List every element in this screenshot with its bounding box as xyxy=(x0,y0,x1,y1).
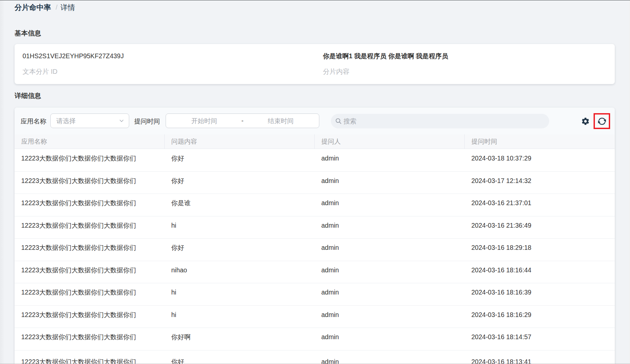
left-edge-shadow xyxy=(0,0,5,364)
table-cell: 你是谁 xyxy=(165,194,315,216)
table-cell: 2024-03-17 12:14:32 xyxy=(465,172,615,194)
window-top-edge xyxy=(0,0,630,0)
basic-info-card: 01HS2S1VEJ2EYHP95KF27Z439J 文本分片 ID 你是谁啊1… xyxy=(15,44,615,84)
table-cell: 你好 xyxy=(165,239,315,261)
chevron-down-icon xyxy=(119,118,125,124)
table-cell: 12223大数据你们大数据你们大数据你们 xyxy=(15,194,165,216)
table-cell: hi xyxy=(165,306,315,328)
search-input-placeholder: 搜索 xyxy=(343,117,356,126)
table-row[interactable]: 12223大数据你们大数据你们大数据你们hiadmin2024-03-16 21… xyxy=(15,216,615,239)
table-body: 12223大数据你们大数据你们大数据你们你好admin2024-03-18 10… xyxy=(15,149,615,364)
table-cell: hi xyxy=(165,283,315,305)
app-name-select[interactable]: 请选择 xyxy=(50,114,129,128)
ask-time-range-picker[interactable]: 开始时间 - 结束时间 xyxy=(166,114,319,128)
table-cell: 12223大数据你们大数据你们大数据你们 xyxy=(15,239,165,261)
basic-info-title: 基本信息 xyxy=(15,29,41,37)
table-cell: 2024-03-16 18:14:57 xyxy=(465,328,615,350)
table-cell: 12223大数据你们大数据你们大数据你们 xyxy=(15,350,165,364)
table-cell: admin xyxy=(315,239,465,261)
refresh-highlight-box xyxy=(594,113,610,129)
ask-time-filter-label: 提问时间 xyxy=(134,117,160,125)
table-cell: 12223大数据你们大数据你们大数据你们 xyxy=(15,261,165,283)
chunk-content-value: 你是谁啊1 我是程序员 你是谁啊 我是程序员 xyxy=(323,52,615,60)
detail-info-card: 应用名称 请选择 提问时间 开始时间 - 结束时间 搜索 应用名称 问题内容 提… xyxy=(15,108,615,364)
table-row[interactable]: 12223大数据你们大数据你们大数据你们你好admin2024-03-16 18… xyxy=(15,239,615,261)
column-header-asker: 提问人 xyxy=(315,134,465,149)
table-header: 应用名称 问题内容 提问人 提问时间 xyxy=(15,134,615,149)
table-cell: 2024-03-16 18:29:18 xyxy=(465,239,615,261)
table-row[interactable]: 12223大数据你们大数据你们大数据你们你好admin2024-03-17 12… xyxy=(15,172,615,194)
table-cell: 2024-03-16 18:16:39 xyxy=(465,283,615,305)
app-name-select-placeholder: 请选择 xyxy=(56,116,119,125)
detail-info-title: 详细信息 xyxy=(15,92,41,100)
table-cell: 12223大数据你们大数据你们大数据你们 xyxy=(15,216,165,239)
table-cell: hi xyxy=(165,216,315,239)
search-input[interactable]: 搜索 xyxy=(331,114,549,128)
text-chunk-id-value: 01HS2S1VEJ2EYHP95KF27Z439J xyxy=(23,52,315,60)
field-text-chunk-id: 01HS2S1VEJ2EYHP95KF27Z439J 文本分片 ID xyxy=(15,44,315,84)
breadcrumb-current: 详情 xyxy=(61,3,75,12)
table-row[interactable]: 12223大数据你们大数据你们大数据你们nihaoadmin2024-03-16… xyxy=(15,261,615,284)
table-cell: nihao xyxy=(165,261,315,283)
text-chunk-id-label: 文本分片 ID xyxy=(23,68,315,76)
table-row[interactable]: 12223大数据你们大数据你们大数据你们hiadmin2024-03-16 18… xyxy=(15,306,615,328)
breadcrumb: 分片命中率 / 详情 xyxy=(15,3,75,12)
gear-icon[interactable] xyxy=(581,117,590,126)
column-header-app-name: 应用名称 xyxy=(15,134,165,149)
table-cell: 12223大数据你们大数据你们大数据你们 xyxy=(15,306,165,328)
table-cell: admin xyxy=(315,283,465,305)
table-cell: 2024-03-16 18:13:41 xyxy=(465,350,615,364)
breadcrumb-parent[interactable]: 分片命中率 xyxy=(15,3,51,12)
table-cell: admin xyxy=(315,306,465,328)
table-cell: 你好 xyxy=(165,350,315,364)
app-name-filter-label: 应用名称 xyxy=(21,117,46,125)
column-header-question: 问题内容 xyxy=(165,134,315,149)
chunk-content-label: 分片内容 xyxy=(323,68,615,76)
table-cell: admin xyxy=(315,194,465,216)
table-cell: 2024-03-16 21:36:49 xyxy=(465,216,615,239)
table-row[interactable]: 12223大数据你们大数据你们大数据你们你好admin2024-03-16 18… xyxy=(15,350,615,364)
end-time-input[interactable]: 结束时间 xyxy=(242,116,319,125)
table-cell: 12223大数据你们大数据你们大数据你们 xyxy=(15,328,165,350)
table-row[interactable]: 12223大数据你们大数据你们大数据你们你好admin2024-03-18 10… xyxy=(15,149,615,172)
table-row[interactable]: 12223大数据你们大数据你们大数据你们你是谁admin2024-03-16 2… xyxy=(15,194,615,216)
table-cell: 12223大数据你们大数据你们大数据你们 xyxy=(15,172,165,194)
table-cell: admin xyxy=(315,216,465,239)
table-cell: 2024-03-18 10:37:29 xyxy=(465,149,615,171)
start-time-input[interactable]: 开始时间 xyxy=(166,116,242,125)
table-cell: 你好 xyxy=(165,172,315,194)
table-cell: admin xyxy=(315,350,465,364)
table-cell: 2024-03-16 21:37:01 xyxy=(465,194,615,216)
table-row[interactable]: 12223大数据你们大数据你们大数据你们hiadmin2024-03-16 18… xyxy=(15,283,615,306)
column-header-ask-time: 提问时间 xyxy=(465,134,615,149)
field-chunk-content: 你是谁啊1 我是程序员 你是谁啊 我是程序员 分片内容 xyxy=(315,44,615,84)
breadcrumb-separator: / xyxy=(56,3,58,12)
table-cell: 2024-03-16 18:16:44 xyxy=(465,261,615,283)
table-cell: 2024-03-16 18:16:29 xyxy=(465,306,615,328)
table-cell: 12223大数据你们大数据你们大数据你们 xyxy=(15,283,165,305)
table-cell: admin xyxy=(315,328,465,350)
table-cell: admin xyxy=(315,261,465,283)
table-cell: 你好啊 xyxy=(165,328,315,350)
table-cell: 你好 xyxy=(165,149,315,171)
table-cell: 12223大数据你们大数据你们大数据你们 xyxy=(15,149,165,171)
table-row[interactable]: 12223大数据你们大数据你们大数据你们你好啊admin2024-03-16 1… xyxy=(15,328,615,350)
table-cell: admin xyxy=(315,149,465,171)
table-cell: admin xyxy=(315,172,465,194)
refresh-icon[interactable] xyxy=(597,116,607,126)
search-icon xyxy=(335,118,342,124)
